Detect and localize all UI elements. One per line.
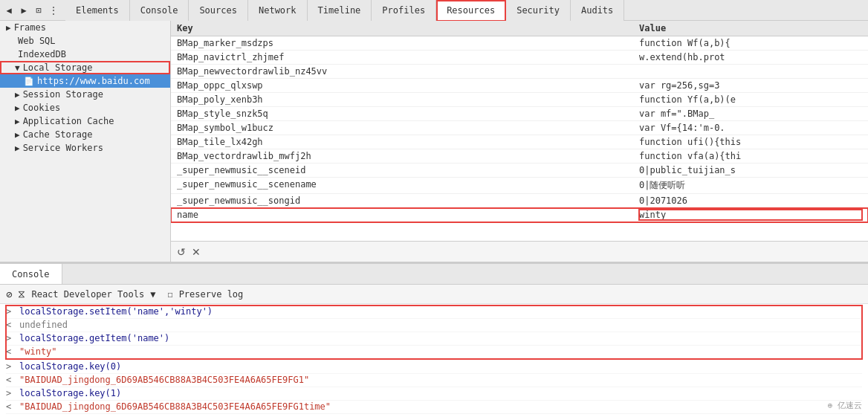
table-row[interactable]: BMap_poly_xenb3hfunction Yf(a,b)(e — [171, 93, 868, 107]
sidebar-item-indexeddb[interactable]: IndexedDB — [0, 48, 170, 61]
sidebar-label: Cache Storage — [23, 129, 93, 140]
tab-security[interactable]: Security — [506, 0, 571, 21]
console-prompt: > — [6, 306, 16, 317]
console-prompt: < — [6, 320, 16, 330]
table-body: BMap_marker_msdzpsfunction Wf(a,b){BMap_… — [171, 36, 868, 241]
console-line: <undefined — [6, 319, 862, 332]
console-line: >localStorage.key(1) — [6, 387, 862, 401]
row-key: BMap_vectordrawlib_mwfj2h — [177, 151, 639, 161]
table-row[interactable]: _super_newmusic__sceneid0|public_tuijian… — [171, 164, 868, 178]
console-line: >localStorage.setItem('name','winty') — [6, 306, 862, 319]
console-prompt: < — [6, 375, 16, 385]
sidebar-label: Application Cache — [23, 116, 114, 126]
table-row[interactable]: _super_newmusic__songid0|2071026 — [171, 194, 868, 208]
console-code[interactable]: "BAIDUAD_jingdong_6D69AB546CB88A3B4C503F… — [19, 401, 862, 412]
refresh-button[interactable]: ↺ — [177, 246, 186, 258]
sidebar-item-cache-storage[interactable]: ▶Cache Storage — [0, 128, 170, 141]
sidebar-item-web-sql[interactable]: Web SQL — [0, 34, 170, 48]
tab-bar: ElementsConsoleSourcesNetworkTimelinePro… — [65, 0, 624, 21]
table-row[interactable]: namewinty — [171, 208, 868, 222]
tab-audits[interactable]: Audits — [571, 0, 624, 21]
row-key: BMap_tile_lx42gh — [177, 137, 639, 147]
sidebar-icon: ▶ — [15, 103, 20, 113]
table-row[interactable]: BMap_navictrl_zhjmefw.extend(hb.prot — [171, 51, 868, 65]
table-row[interactable]: BMap_symbol_w1buczvar Vf={14:'m-0. — [171, 121, 868, 135]
table-row[interactable]: BMap_vectordrawlib_mwfj2hfunction vfa(a)… — [171, 149, 868, 164]
console-code[interactable]: localStorage.key(1) — [19, 388, 862, 398]
clear-console-icon[interactable]: ⊘ — [6, 288, 12, 300]
table-row[interactable]: BMap_tile_lx42ghfunction ufi(){this — [171, 135, 868, 149]
console-code[interactable]: "BAIDUAD_jingdong_6D69AB546CB88A3B4C503F… — [19, 375, 862, 385]
tab-profiles[interactable]: Profiles — [372, 0, 436, 21]
console-prompt: > — [6, 333, 16, 343]
sidebar-item-local-storage[interactable]: ▼Local Storage — [0, 61, 170, 74]
row-value: function Yf(a,b)(e — [639, 94, 862, 105]
row-value: 0|public_tuijian_s — [639, 165, 862, 175]
console-line: <"BAIDUAD_jingdong_6D69AB546CB88A3B4C503… — [6, 374, 862, 387]
row-value: var Vf={14:'m-0. — [639, 123, 862, 133]
delete-button[interactable]: ✕ — [192, 246, 201, 258]
table-row[interactable]: BMap_newvectordrawlib_nz45vv — [171, 65, 868, 79]
sidebar-label: IndexedDB — [18, 49, 66, 59]
console-line: >localStorage.key(0) — [6, 361, 862, 374]
main-area: ▶FramesWeb SQLIndexedDB▼Local Storage📄ht… — [0, 21, 868, 262]
tab-network[interactable]: Network — [248, 0, 308, 21]
tab-elements[interactable]: Elements — [65, 0, 130, 21]
console-code[interactable]: localStorage.setItem('name','winty') — [19, 306, 862, 317]
preserve-log-check[interactable]: ☐ — [167, 289, 172, 300]
menu-icon[interactable]: ⋮ — [48, 4, 59, 16]
row-value: var mf=".BMap_ — [639, 109, 862, 119]
row-key: BMap_style_snzk5q — [177, 109, 639, 119]
sidebar-item-session-storage[interactable]: ▶Session Storage — [0, 88, 170, 101]
tab-timeline[interactable]: Timeline — [308, 0, 372, 21]
col-key-header: Key — [177, 23, 639, 33]
tab-console[interactable]: Console — [0, 264, 62, 284]
console-prompt: > — [6, 388, 16, 398]
react-tools-dropdown[interactable]: ▼ — [150, 289, 155, 300]
row-value: var rg=256,sg=3 — [639, 80, 862, 91]
preserve-log-label: Preserve log — [179, 289, 244, 300]
dock-icon[interactable]: ⊡ — [33, 4, 45, 16]
table-row[interactable]: _super_newmusic__scenename0|随便听听 — [171, 178, 868, 194]
console-tabs: Console — [0, 264, 868, 285]
console-code[interactable]: localStorage.key(0) — [19, 361, 862, 372]
console-code[interactable]: "winty" — [19, 346, 862, 357]
table-header: Key Value — [171, 21, 868, 36]
console-toolbar: ⊘ ⧖ React Developer Tools ▼ ☐ Preserve l… — [0, 285, 868, 304]
console-prompt: > — [6, 361, 16, 372]
toolbar: ◀ ▶ ⊡ ⋮ ElementsConsoleSourcesNetworkTim… — [0, 0, 868, 21]
back-icon[interactable]: ◀ — [3, 4, 15, 16]
console-line: >localStorage.getItem('name') — [6, 332, 862, 346]
row-key: _super_newmusic__songid — [177, 195, 639, 206]
sidebar-item-https---www-baidu-com[interactable]: 📄https://www.baidu.com — [0, 74, 170, 88]
tab-console[interactable]: Console — [130, 0, 190, 21]
forward-icon[interactable]: ▶ — [18, 4, 30, 16]
sidebar-icon: 📄 — [24, 77, 34, 86]
console-line: <"BAIDUAD_jingdong_6D69AB546CB88A3B4C503… — [6, 401, 862, 414]
sidebar-label: Service Workers — [23, 143, 103, 153]
sidebar-item-cookies[interactable]: ▶Cookies — [0, 101, 170, 114]
row-value: function vfa(a){thi — [639, 151, 862, 161]
sidebar-item-application-cache[interactable]: ▶Application Cache — [0, 114, 170, 128]
filter-icon[interactable]: ⧖ — [18, 288, 25, 300]
sidebar-item-service-workers[interactable]: ▶Service Workers — [0, 141, 170, 155]
sidebar: ▶FramesWeb SQLIndexedDB▼Local Storage📄ht… — [0, 21, 171, 262]
table-row[interactable]: BMap_marker_msdzpsfunction Wf(a,b){ — [171, 36, 868, 51]
console-code[interactable]: undefined — [19, 320, 862, 330]
tab-resources[interactable]: Resources — [436, 0, 506, 22]
table-row[interactable]: BMap_oppc_qlxswpvar rg=256,sg=3 — [171, 79, 868, 93]
bottom-panel: Console ⊘ ⧖ React Developer Tools ▼ ☐ Pr… — [0, 262, 868, 417]
tab-sources[interactable]: Sources — [189, 0, 248, 21]
row-value: function ufi(){this — [639, 137, 862, 147]
sidebar-icon: ▼ — [15, 63, 20, 73]
sidebar-item-frames[interactable]: ▶Frames — [0, 21, 170, 34]
row-value: 0|2071026 — [639, 195, 862, 206]
row-value: 0|随便听听 — [639, 179, 862, 192]
row-key: BMap_marker_msdzps — [177, 38, 639, 48]
table-row[interactable]: BMap_style_snzk5qvar mf=".BMap_ — [171, 107, 868, 121]
sidebar-label: Cookies — [23, 103, 61, 113]
console-code[interactable]: localStorage.getItem('name') — [19, 333, 862, 343]
row-key: BMap_oppc_qlxswp — [177, 80, 639, 91]
console-prompt: < — [6, 401, 16, 412]
row-value: w.extend(hb.prot — [639, 52, 862, 62]
